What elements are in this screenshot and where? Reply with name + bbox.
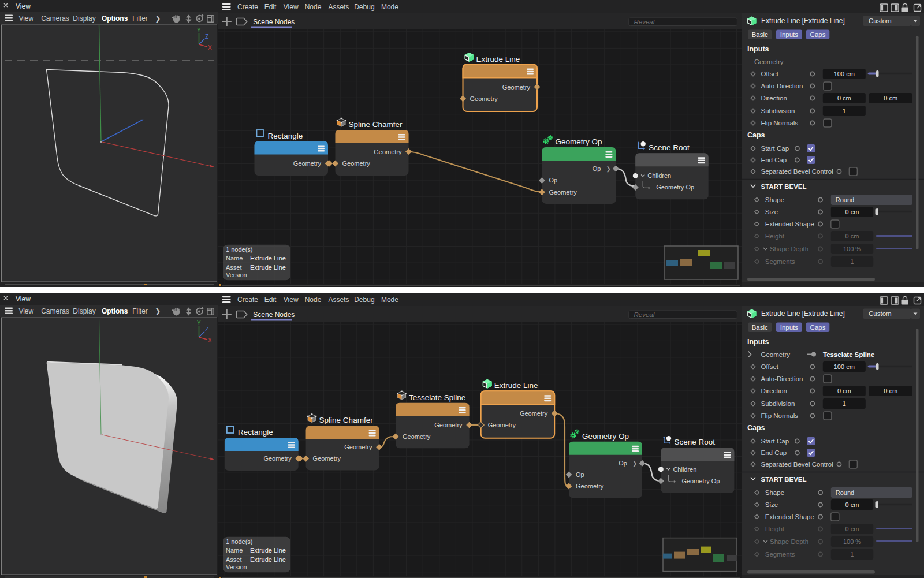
svg-text:Reveal: Reveal <box>634 18 655 25</box>
svg-text:Extrude Line: Extrude Line <box>476 55 520 64</box>
svg-text:Round: Round <box>836 196 854 203</box>
svg-text:Round: Round <box>836 489 854 496</box>
svg-text:Shape: Shape <box>765 489 784 496</box>
svg-text:Geometry: Geometry <box>293 160 322 167</box>
svg-text:0 cm: 0 cm <box>845 501 859 508</box>
svg-text:Caps: Caps <box>810 324 826 331</box>
svg-text:Geometry: Geometry <box>263 455 292 462</box>
svg-text:Mode: Mode <box>381 296 398 304</box>
svg-text:View: View <box>284 296 299 304</box>
svg-text:Subdivision: Subdivision <box>761 107 795 114</box>
svg-text:Extrude Line: Extrude Line <box>250 556 286 563</box>
svg-text:Geometry Op: Geometry Op <box>681 478 720 484</box>
svg-text:Size: Size <box>765 208 778 215</box>
svg-text:Extrude Line: Extrude Line <box>250 264 286 271</box>
svg-text:1: 1 <box>843 107 846 114</box>
svg-text:Mode: Mode <box>381 3 398 11</box>
svg-text:Op: Op <box>576 471 584 478</box>
svg-text:0 cm: 0 cm <box>884 387 897 394</box>
svg-text:Scene Nodes: Scene Nodes <box>253 311 295 319</box>
svg-text:Extrude Line [Extrude Line]: Extrude Line [Extrude Line] <box>761 309 845 318</box>
svg-text:0 cm: 0 cm <box>845 233 859 240</box>
svg-text:Geometry: Geometry <box>434 422 463 428</box>
svg-text:Geometry: Geometry <box>520 410 548 417</box>
svg-text:Geometry Op: Geometry Op <box>656 184 694 191</box>
svg-text:Caps: Caps <box>810 31 826 38</box>
svg-text:Op: Op <box>549 177 557 184</box>
svg-text:Spline Chamfer: Spline Chamfer <box>349 120 403 129</box>
svg-text:Y: Y <box>197 320 201 326</box>
svg-text:Shape Depth: Shape Depth <box>770 538 808 545</box>
svg-text:Auto-Direction: Auto-Direction <box>761 375 803 382</box>
svg-text:Rectangle: Rectangle <box>268 132 303 140</box>
svg-text:Extended Shape: Extended Shape <box>765 513 814 520</box>
svg-text:1: 1 <box>843 400 846 407</box>
svg-text:Geometry: Geometry <box>761 351 791 358</box>
svg-text:Node: Node <box>305 296 322 304</box>
svg-text:Inputs: Inputs <box>780 324 799 331</box>
svg-text:Geometry: Geometry <box>470 95 498 102</box>
svg-text:Extended Shape: Extended Shape <box>765 221 814 228</box>
svg-text:Separated Bevel Control: Separated Bevel Control <box>761 168 833 175</box>
svg-text:Extrude Line: Extrude Line <box>250 547 286 554</box>
svg-text:Caps: Caps <box>747 424 765 432</box>
svg-text:1: 1 <box>850 258 854 265</box>
svg-text:Geometry Op: Geometry Op <box>555 137 602 146</box>
svg-text:Name: Name <box>226 255 243 262</box>
svg-text:Extrude Line: Extrude Line <box>250 255 286 262</box>
svg-text:0 cm: 0 cm <box>837 95 851 102</box>
svg-text:0 cm: 0 cm <box>845 208 859 215</box>
svg-text:Z: Z <box>205 326 208 333</box>
svg-text:Rectangle: Rectangle <box>238 428 273 437</box>
svg-text:Scene Nodes: Scene Nodes <box>253 18 295 26</box>
svg-text:Inputs: Inputs <box>780 31 799 38</box>
svg-text:❯: ❯ <box>606 166 610 173</box>
svg-text:Children: Children <box>673 466 696 473</box>
svg-text:Height: Height <box>765 525 785 532</box>
svg-text:Op: Op <box>619 460 627 467</box>
svg-text:1 node(s): 1 node(s) <box>226 538 252 545</box>
svg-text:Scene Root: Scene Root <box>649 143 690 152</box>
svg-text:Tesselate Spline: Tesselate Spline <box>823 351 874 358</box>
svg-text:Z: Z <box>205 33 208 40</box>
svg-text:Assets: Assets <box>329 296 349 304</box>
svg-text:Geometry: Geometry <box>342 160 371 167</box>
svg-text:Debug: Debug <box>354 3 374 11</box>
svg-text:Geometry: Geometry <box>488 422 516 428</box>
svg-text:Spline Chamfer: Spline Chamfer <box>319 416 374 424</box>
svg-text:Separated Bevel Control: Separated Bevel Control <box>761 461 833 468</box>
svg-text:Geometry: Geometry <box>313 455 341 462</box>
svg-text:100 %: 100 % <box>843 245 861 252</box>
svg-text:1 node(s): 1 node(s) <box>226 246 252 253</box>
svg-text:Flip Normals: Flip Normals <box>761 412 799 419</box>
svg-text:Geometry: Geometry <box>374 148 402 155</box>
svg-text:Geometry: Geometry <box>549 189 577 196</box>
svg-text:Basic: Basic <box>752 31 768 38</box>
svg-text:Offset: Offset <box>761 363 779 370</box>
svg-text:Direction: Direction <box>761 387 787 394</box>
svg-text:Direction: Direction <box>761 95 787 102</box>
svg-text:Custom: Custom <box>869 17 892 24</box>
svg-text:Segments: Segments <box>765 551 795 558</box>
svg-text:Assets: Assets <box>329 3 349 11</box>
svg-text:100 cm: 100 cm <box>834 363 855 370</box>
svg-text:Inputs: Inputs <box>747 338 769 346</box>
svg-text:Offset: Offset <box>761 70 779 77</box>
svg-text:Geometry: Geometry <box>576 483 604 490</box>
svg-text:Flip Normals: Flip Normals <box>761 120 799 126</box>
svg-text:Node: Node <box>305 3 322 11</box>
svg-text:Auto-Direction: Auto-Direction <box>761 83 803 90</box>
svg-text:0 cm: 0 cm <box>884 95 897 102</box>
svg-text:X: X <box>208 337 212 344</box>
svg-text:Basic: Basic <box>752 324 768 331</box>
svg-text:Edit: Edit <box>264 3 277 11</box>
svg-text:Geometry: Geometry <box>502 84 531 91</box>
svg-text:Start Cap: Start Cap <box>761 438 789 445</box>
svg-text:Size: Size <box>765 501 778 508</box>
svg-text:Asset: Asset <box>226 556 242 563</box>
svg-text:Y: Y <box>197 27 201 33</box>
svg-text:100 cm: 100 cm <box>834 70 855 77</box>
svg-text:Shape: Shape <box>765 196 784 203</box>
svg-text:End Cap: End Cap <box>761 156 787 163</box>
svg-text:1: 1 <box>850 551 854 558</box>
